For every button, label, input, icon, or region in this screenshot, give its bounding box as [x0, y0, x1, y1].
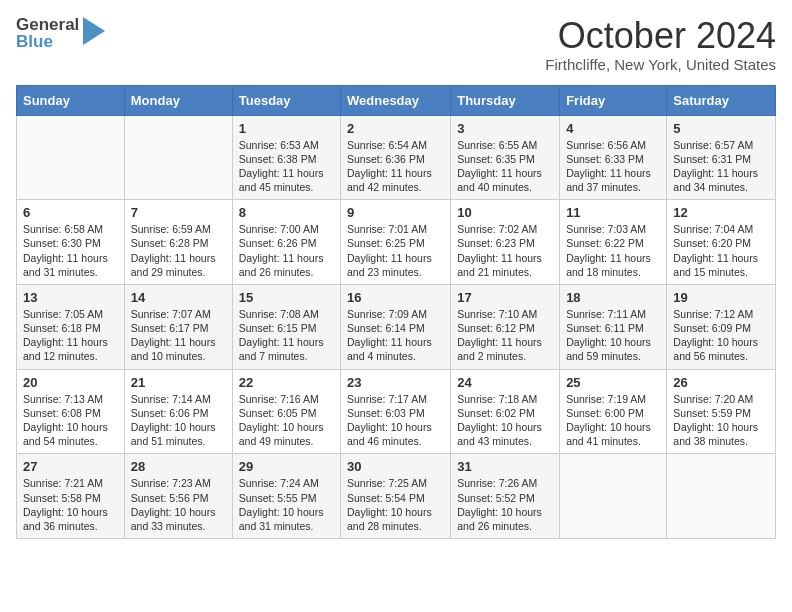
cell-content: Sunrise: 7:26 AM Sunset: 5:52 PM Dayligh…	[457, 476, 553, 533]
calendar-cell	[667, 454, 776, 539]
calendar-cell: 4Sunrise: 6:56 AM Sunset: 6:33 PM Daylig…	[560, 115, 667, 200]
day-number: 9	[347, 205, 444, 220]
calendar-cell: 25Sunrise: 7:19 AM Sunset: 6:00 PM Dayli…	[560, 369, 667, 454]
cell-content: Sunrise: 7:04 AM Sunset: 6:20 PM Dayligh…	[673, 222, 769, 279]
cell-content: Sunrise: 6:54 AM Sunset: 6:36 PM Dayligh…	[347, 138, 444, 195]
day-number: 17	[457, 290, 553, 305]
day-number: 21	[131, 375, 226, 390]
day-number: 27	[23, 459, 118, 474]
cell-content: Sunrise: 7:03 AM Sunset: 6:22 PM Dayligh…	[566, 222, 660, 279]
day-number: 18	[566, 290, 660, 305]
calendar-cell: 26Sunrise: 7:20 AM Sunset: 5:59 PM Dayli…	[667, 369, 776, 454]
day-number: 1	[239, 121, 334, 136]
day-number: 7	[131, 205, 226, 220]
calendar-week-row: 1Sunrise: 6:53 AM Sunset: 6:38 PM Daylig…	[17, 115, 776, 200]
svg-marker-0	[83, 17, 105, 45]
cell-content: Sunrise: 7:10 AM Sunset: 6:12 PM Dayligh…	[457, 307, 553, 364]
calendar-cell: 27Sunrise: 7:21 AM Sunset: 5:58 PM Dayli…	[17, 454, 125, 539]
calendar-cell: 13Sunrise: 7:05 AM Sunset: 6:18 PM Dayli…	[17, 284, 125, 369]
calendar-cell: 18Sunrise: 7:11 AM Sunset: 6:11 PM Dayli…	[560, 284, 667, 369]
calendar-cell: 14Sunrise: 7:07 AM Sunset: 6:17 PM Dayli…	[124, 284, 232, 369]
cell-content: Sunrise: 7:12 AM Sunset: 6:09 PM Dayligh…	[673, 307, 769, 364]
calendar-week-row: 13Sunrise: 7:05 AM Sunset: 6:18 PM Dayli…	[17, 284, 776, 369]
cell-content: Sunrise: 7:25 AM Sunset: 5:54 PM Dayligh…	[347, 476, 444, 533]
cell-content: Sunrise: 7:24 AM Sunset: 5:55 PM Dayligh…	[239, 476, 334, 533]
cell-content: Sunrise: 7:23 AM Sunset: 5:56 PM Dayligh…	[131, 476, 226, 533]
calendar-cell: 31Sunrise: 7:26 AM Sunset: 5:52 PM Dayli…	[451, 454, 560, 539]
day-number: 4	[566, 121, 660, 136]
day-number: 19	[673, 290, 769, 305]
cell-content: Sunrise: 7:09 AM Sunset: 6:14 PM Dayligh…	[347, 307, 444, 364]
calendar-cell: 10Sunrise: 7:02 AM Sunset: 6:23 PM Dayli…	[451, 200, 560, 285]
day-of-week-header: Sunday	[17, 85, 125, 115]
calendar-cell: 1Sunrise: 6:53 AM Sunset: 6:38 PM Daylig…	[232, 115, 340, 200]
cell-content: Sunrise: 6:55 AM Sunset: 6:35 PM Dayligh…	[457, 138, 553, 195]
day-number: 30	[347, 459, 444, 474]
day-number: 6	[23, 205, 118, 220]
day-number: 29	[239, 459, 334, 474]
day-number: 15	[239, 290, 334, 305]
day-number: 13	[23, 290, 118, 305]
day-number: 2	[347, 121, 444, 136]
day-number: 10	[457, 205, 553, 220]
calendar-cell: 21Sunrise: 7:14 AM Sunset: 6:06 PM Dayli…	[124, 369, 232, 454]
cell-content: Sunrise: 7:14 AM Sunset: 6:06 PM Dayligh…	[131, 392, 226, 449]
calendar-cell: 2Sunrise: 6:54 AM Sunset: 6:36 PM Daylig…	[341, 115, 451, 200]
day-of-week-header: Friday	[560, 85, 667, 115]
cell-content: Sunrise: 7:05 AM Sunset: 6:18 PM Dayligh…	[23, 307, 118, 364]
day-number: 20	[23, 375, 118, 390]
cell-content: Sunrise: 6:59 AM Sunset: 6:28 PM Dayligh…	[131, 222, 226, 279]
day-number: 22	[239, 375, 334, 390]
calendar-cell: 3Sunrise: 6:55 AM Sunset: 6:35 PM Daylig…	[451, 115, 560, 200]
calendar-cell: 30Sunrise: 7:25 AM Sunset: 5:54 PM Dayli…	[341, 454, 451, 539]
calendar-cell: 6Sunrise: 6:58 AM Sunset: 6:30 PM Daylig…	[17, 200, 125, 285]
cell-content: Sunrise: 7:20 AM Sunset: 5:59 PM Dayligh…	[673, 392, 769, 449]
day-number: 23	[347, 375, 444, 390]
calendar-cell: 28Sunrise: 7:23 AM Sunset: 5:56 PM Dayli…	[124, 454, 232, 539]
calendar-cell: 19Sunrise: 7:12 AM Sunset: 6:09 PM Dayli…	[667, 284, 776, 369]
day-number: 5	[673, 121, 769, 136]
cell-content: Sunrise: 7:16 AM Sunset: 6:05 PM Dayligh…	[239, 392, 334, 449]
cell-content: Sunrise: 7:00 AM Sunset: 6:26 PM Dayligh…	[239, 222, 334, 279]
day-of-week-header: Monday	[124, 85, 232, 115]
calendar-cell: 23Sunrise: 7:17 AM Sunset: 6:03 PM Dayli…	[341, 369, 451, 454]
cell-content: Sunrise: 7:13 AM Sunset: 6:08 PM Dayligh…	[23, 392, 118, 449]
calendar-cell	[124, 115, 232, 200]
cell-content: Sunrise: 7:07 AM Sunset: 6:17 PM Dayligh…	[131, 307, 226, 364]
day-number: 16	[347, 290, 444, 305]
cell-content: Sunrise: 7:17 AM Sunset: 6:03 PM Dayligh…	[347, 392, 444, 449]
day-number: 24	[457, 375, 553, 390]
day-of-week-header: Thursday	[451, 85, 560, 115]
logo-blue: Blue	[16, 33, 79, 50]
page-header: General Blue October 2024 Firthcliffe, N…	[16, 16, 776, 73]
calendar-cell: 22Sunrise: 7:16 AM Sunset: 6:05 PM Dayli…	[232, 369, 340, 454]
calendar-cell	[560, 454, 667, 539]
calendar-cell: 8Sunrise: 7:00 AM Sunset: 6:26 PM Daylig…	[232, 200, 340, 285]
calendar-cell: 24Sunrise: 7:18 AM Sunset: 6:02 PM Dayli…	[451, 369, 560, 454]
day-number: 14	[131, 290, 226, 305]
cell-content: Sunrise: 7:01 AM Sunset: 6:25 PM Dayligh…	[347, 222, 444, 279]
cell-content: Sunrise: 7:08 AM Sunset: 6:15 PM Dayligh…	[239, 307, 334, 364]
calendar-week-row: 20Sunrise: 7:13 AM Sunset: 6:08 PM Dayli…	[17, 369, 776, 454]
day-number: 8	[239, 205, 334, 220]
calendar-cell: 9Sunrise: 7:01 AM Sunset: 6:25 PM Daylig…	[341, 200, 451, 285]
calendar-week-row: 6Sunrise: 6:58 AM Sunset: 6:30 PM Daylig…	[17, 200, 776, 285]
day-number: 28	[131, 459, 226, 474]
calendar-cell: 17Sunrise: 7:10 AM Sunset: 6:12 PM Dayli…	[451, 284, 560, 369]
logo-general: General	[16, 16, 79, 33]
day-number: 31	[457, 459, 553, 474]
calendar-cell: 20Sunrise: 7:13 AM Sunset: 6:08 PM Dayli…	[17, 369, 125, 454]
cell-content: Sunrise: 6:56 AM Sunset: 6:33 PM Dayligh…	[566, 138, 660, 195]
cell-content: Sunrise: 6:58 AM Sunset: 6:30 PM Dayligh…	[23, 222, 118, 279]
day-of-week-header: Tuesday	[232, 85, 340, 115]
calendar-header-row: SundayMondayTuesdayWednesdayThursdayFrid…	[17, 85, 776, 115]
calendar-cell: 16Sunrise: 7:09 AM Sunset: 6:14 PM Dayli…	[341, 284, 451, 369]
cell-content: Sunrise: 7:21 AM Sunset: 5:58 PM Dayligh…	[23, 476, 118, 533]
day-number: 11	[566, 205, 660, 220]
logo: General Blue	[16, 16, 105, 50]
calendar-table: SundayMondayTuesdayWednesdayThursdayFrid…	[16, 85, 776, 539]
month-title: October 2024	[545, 16, 776, 56]
calendar-cell: 5Sunrise: 6:57 AM Sunset: 6:31 PM Daylig…	[667, 115, 776, 200]
day-of-week-header: Saturday	[667, 85, 776, 115]
logo-icon	[83, 17, 105, 45]
